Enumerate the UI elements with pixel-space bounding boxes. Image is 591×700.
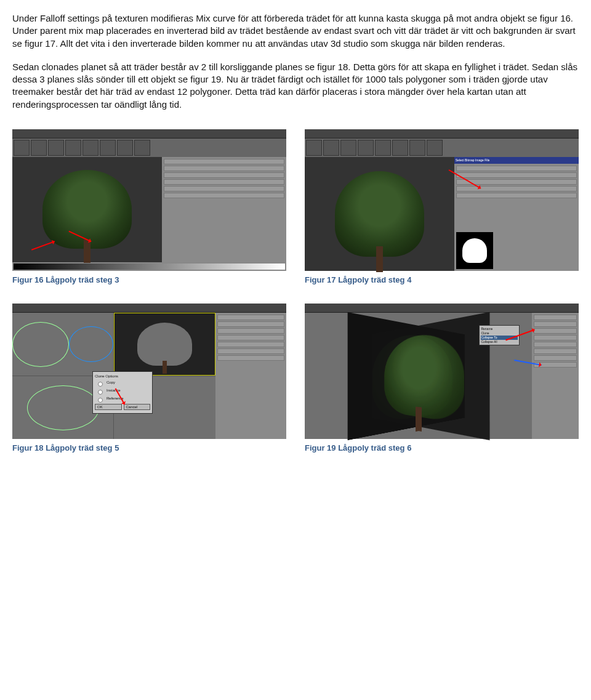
- reference-radio[interactable]: [98, 398, 103, 403]
- figure-17-caption: Figur 17 Lågpoly träd steg 4: [305, 275, 579, 286]
- viewport-perspective: [114, 313, 215, 376]
- material-slot: [82, 140, 98, 156]
- falloff-side-panel: [162, 157, 286, 262]
- bitmap-preview-row: [454, 230, 579, 271]
- app-toolbar: [305, 304, 579, 313]
- mix-curve-gradient: [14, 264, 285, 270]
- material-slot: [117, 140, 133, 156]
- material-slot: [14, 140, 30, 156]
- viewport-panels: Rename Clone Collapse To Collapse All: [305, 313, 579, 439]
- material-slot: [31, 140, 47, 156]
- material-slot: [427, 140, 443, 156]
- figure-16: Figur 16 Lågpoly träd steg 3: [12, 129, 286, 286]
- app-toolbar: [12, 304, 286, 313]
- command-panel: [215, 313, 286, 439]
- reference-label: Reference: [107, 396, 150, 403]
- file-list: [454, 164, 579, 230]
- figure-16-caption: Figur 16 Lågpoly träd steg 3: [12, 275, 286, 286]
- material-slot: [340, 140, 356, 156]
- inverted-tree-preview: [456, 232, 493, 269]
- figure-row-1: Figur 16 Lågpoly träd steg 3 Select Bitm…: [12, 129, 579, 286]
- material-slot: [65, 140, 81, 156]
- dialog-title-bar: Select Bitmap Image File: [454, 157, 579, 164]
- editor-panels: Select Bitmap Image File: [305, 157, 579, 271]
- menu-item[interactable]: Clone: [481, 331, 518, 336]
- material-slots: [305, 139, 579, 157]
- preview-viewport: [305, 157, 454, 271]
- material-slot: [392, 140, 408, 156]
- material-slot: [48, 140, 64, 156]
- app-toolbar: [12, 129, 286, 139]
- figure-18: Clone Options Copy Instance Reference OK…: [12, 304, 286, 454]
- command-panel: [532, 313, 579, 439]
- material-slot: [134, 140, 150, 156]
- tree-preview: [42, 170, 132, 249]
- material-slot: [100, 140, 116, 156]
- instance-radio[interactable]: [98, 390, 103, 395]
- body-paragraph-2: Sedan clonades planet så att träder best…: [12, 61, 579, 111]
- ok-button[interactable]: OK: [95, 404, 122, 410]
- figure-17-image: Select Bitmap Image File: [305, 129, 579, 271]
- plane-2: [372, 312, 489, 440]
- menu-item[interactable]: Collapse All: [481, 340, 518, 344]
- copy-label: Copy: [107, 380, 150, 387]
- tree-object: [137, 323, 192, 366]
- bitmap-side-panel: Select Bitmap Image File: [454, 157, 579, 271]
- material-slot: [358, 140, 374, 156]
- editor-panels: [12, 157, 286, 262]
- figure-19: Rename Clone Collapse To Collapse All Fi…: [305, 304, 579, 454]
- crossed-planes: [350, 326, 487, 427]
- figure-18-image: Clone Options Copy Instance Reference OK…: [12, 304, 286, 439]
- material-slot: [409, 140, 425, 156]
- gizmo-circle: [12, 322, 69, 367]
- figure-19-caption: Figur 19 Lågpoly träd steg 6: [305, 443, 579, 454]
- gizmo-circle: [27, 385, 99, 430]
- clone-options-dialog: Clone Options Copy Instance Reference OK…: [92, 371, 153, 414]
- dialog-title: Clone Options: [95, 374, 150, 379]
- material-slots: [12, 139, 286, 157]
- app-toolbar: [305, 129, 579, 139]
- copy-radio[interactable]: [98, 382, 103, 387]
- clone-option-row: Instance: [95, 388, 150, 395]
- context-menu: Rename Clone Collapse To Collapse All: [479, 325, 520, 345]
- preview-viewport: [12, 157, 162, 262]
- menu-item[interactable]: Rename: [481, 327, 518, 331]
- material-slot: [375, 140, 391, 156]
- figure-17: Select Bitmap Image File Figur 17 Lågpol…: [305, 129, 579, 286]
- tree-texture: [384, 329, 464, 424]
- figure-16-image: [12, 129, 286, 271]
- body-paragraph-1: Under Falloff settings på texturen modif…: [12, 12, 579, 50]
- modifier-stack: [532, 313, 579, 439]
- tree-preview: [335, 171, 425, 257]
- material-slot: [306, 140, 322, 156]
- figure-18-caption: Figur 18 Lågpoly träd steg 5: [12, 443, 286, 454]
- clone-option-row: Copy: [95, 380, 150, 387]
- viewport-perspective: Rename Clone Collapse To Collapse All: [305, 313, 532, 439]
- figure-row-2: Clone Options Copy Instance Reference OK…: [12, 304, 579, 454]
- figure-19-image: Rename Clone Collapse To Collapse All: [305, 304, 579, 439]
- gizmo-circle: [69, 326, 114, 362]
- viewport-top: [12, 313, 113, 376]
- parameter-rows: [162, 157, 286, 262]
- material-slot: [323, 140, 339, 156]
- panel-buttons: [215, 313, 286, 439]
- instance-label: Instance: [107, 388, 150, 395]
